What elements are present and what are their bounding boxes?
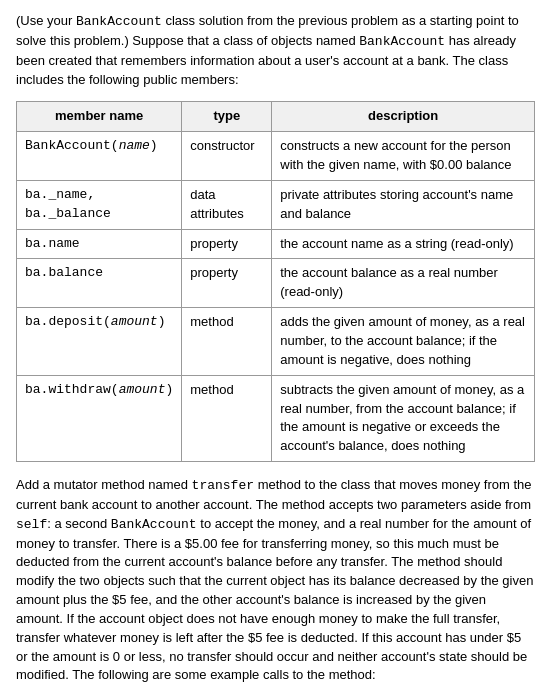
members-table-wrapper: member name type description BankAccount… bbox=[16, 101, 535, 462]
desc-cell: constructs a new account for the person … bbox=[272, 132, 535, 181]
type-cell: dataattributes bbox=[182, 180, 272, 229]
desc-cell: the account name as a string (read-only) bbox=[272, 229, 535, 259]
table-row: ba.name property the account name as a s… bbox=[17, 229, 535, 259]
member-cell: ba.deposit(amount) bbox=[17, 308, 182, 376]
table-row: ba.deposit(amount) method adds the given… bbox=[17, 308, 535, 376]
member-cell: ba._name,ba._balance bbox=[17, 180, 182, 229]
desc-cell: private attributes storing account's nam… bbox=[272, 180, 535, 229]
type-cell: property bbox=[182, 259, 272, 308]
desc-cell: adds the given amount of money, as a rea… bbox=[272, 308, 535, 376]
type-cell: method bbox=[182, 375, 272, 461]
type-cell: property bbox=[182, 229, 272, 259]
desc-cell: the account balance as a real number (re… bbox=[272, 259, 535, 308]
type-cell: constructor bbox=[182, 132, 272, 181]
col-header-description: description bbox=[272, 102, 535, 132]
member-cell: ba.withdraw(amount) bbox=[17, 375, 182, 461]
body-paragraph: Add a mutator method named transfer meth… bbox=[16, 476, 535, 685]
desc-cell: subtracts the given amount of money, as … bbox=[272, 375, 535, 461]
table-row: BankAccount(name) constructor constructs… bbox=[17, 132, 535, 181]
member-cell: ba.balance bbox=[17, 259, 182, 308]
members-table: member name type description BankAccount… bbox=[16, 101, 535, 462]
table-row: ba._name,ba._balance dataattributes priv… bbox=[17, 180, 535, 229]
col-header-type: type bbox=[182, 102, 272, 132]
member-cell: ba.name bbox=[17, 229, 182, 259]
table-row: ba.withdraw(amount) method subtracts the… bbox=[17, 375, 535, 461]
col-header-member: member name bbox=[17, 102, 182, 132]
member-cell: BankAccount(name) bbox=[17, 132, 182, 181]
intro-paragraph: (Use your BankAccount class solution fro… bbox=[16, 12, 535, 89]
table-row: ba.balance property the account balance … bbox=[17, 259, 535, 308]
type-cell: method bbox=[182, 308, 272, 376]
